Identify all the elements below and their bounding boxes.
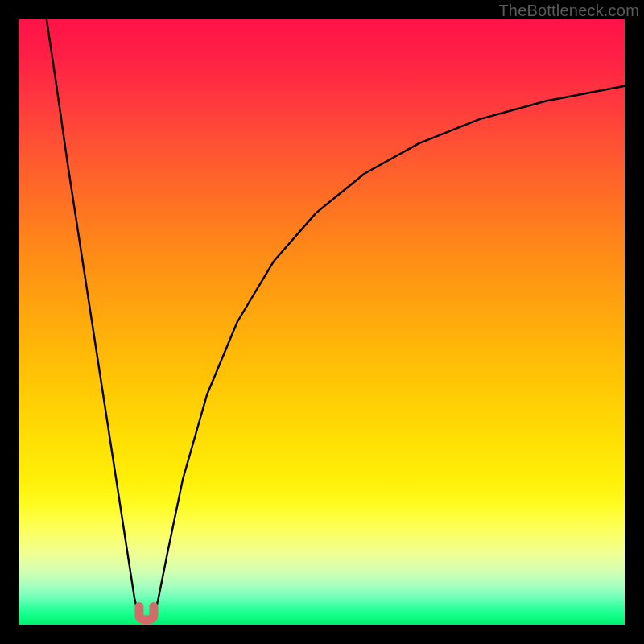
optimum-marker <box>139 606 154 620</box>
curve-left-branch <box>47 19 139 618</box>
watermark-text: TheBottleneck.com <box>498 2 639 20</box>
curve-right-branch <box>154 86 625 619</box>
chart-plot-area <box>19 19 625 625</box>
bottleneck-curve <box>19 19 625 625</box>
